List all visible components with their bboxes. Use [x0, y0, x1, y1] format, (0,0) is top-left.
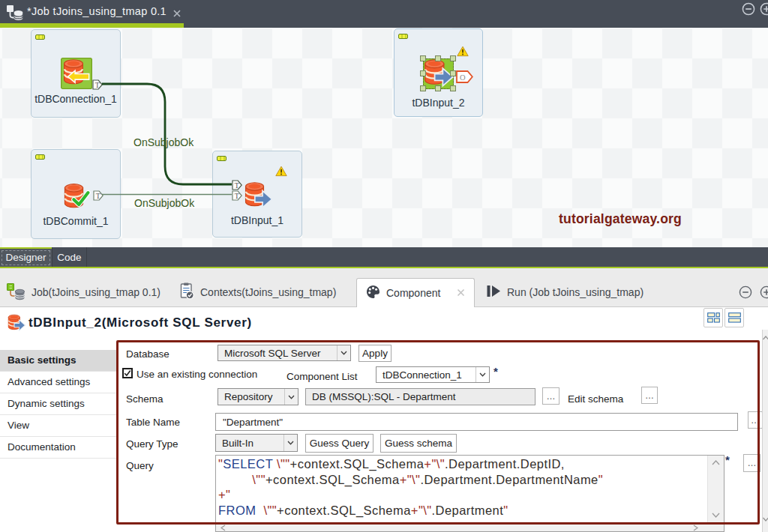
close-tab-icon[interactable]: [457, 287, 465, 299]
required-mark: *: [725, 453, 730, 466]
use-existing-connection-label: Use an existing connection: [136, 369, 257, 380]
sidebar-item-documentation[interactable]: Documentation: [0, 437, 116, 459]
tab-label: Run (Job tJoins_using_tmap): [507, 286, 644, 298]
maximize-icon[interactable]: [760, 2, 768, 16]
connector-tag-main-row[interactable]: O: [456, 70, 474, 86]
panel-vertical-scrollbar[interactable]: [762, 330, 768, 532]
maximize-view-icon[interactable]: [760, 285, 768, 302]
status-pill: [35, 34, 45, 40]
apply-button[interactable]: Apply: [358, 345, 392, 362]
selection-handle[interactable]: [450, 55, 456, 61]
status-pill: [217, 156, 226, 161]
sidebar-item-view[interactable]: View: [0, 415, 116, 437]
svg-text:T: T: [95, 81, 100, 89]
tab-label: Component: [386, 287, 440, 299]
connector-tag[interactable]: T: [232, 190, 242, 204]
guess-schema-button[interactable]: Guess schema: [380, 434, 457, 453]
connector-tag[interactable]: T: [93, 190, 104, 204]
connector-tag[interactable]: T: [92, 79, 103, 93]
query-token: .Department: [432, 504, 504, 517]
svg-text:T: T: [235, 192, 239, 200]
tab-component[interactable]: Component: [356, 278, 475, 307]
query-editor[interactable]: "SELECT \""+context.SQL_Schema+"\".Depar…: [215, 455, 724, 532]
component-tdbinput-1[interactable]: T T tDBInput_1: [212, 151, 302, 238]
schema-select[interactable]: Repository: [218, 388, 298, 405]
query-label: Query: [126, 460, 154, 471]
selection-handle[interactable]: [420, 70, 426, 76]
component-list-label: Component List: [286, 371, 358, 382]
schema-label: Schema: [126, 393, 164, 405]
component-tdbconnection-1[interactable]: T tDBConnection_1: [31, 29, 121, 118]
talend-studio-window: *Job tJoins_using_tmap 0.1: [0, 0, 768, 532]
field-value: DB (MSSQL):SQL - Department: [312, 391, 456, 402]
table-name-input[interactable]: "Department": [215, 413, 738, 431]
database-select[interactable]: Microsoft SQL Server: [218, 345, 351, 361]
selection-handle[interactable]: [450, 85, 456, 91]
component-label: tDBInput_1: [206, 214, 309, 226]
sidebar-item-advanced-settings[interactable]: Advanced settings: [0, 372, 116, 393]
tdbinput-icon[interactable]: [243, 181, 274, 215]
query-line: FROM \""+context.SQL_Schema+"\".Departme…: [218, 503, 706, 519]
query-browse-button[interactable]: …: [743, 454, 760, 472]
selection-handle[interactable]: [450, 70, 456, 76]
query-token: \"": [256, 504, 277, 517]
query-token: +": [218, 488, 230, 501]
tab-designer[interactable]: Designer: [0, 247, 52, 267]
query-token: \"": [273, 457, 290, 471]
tab-contexts[interactable]: Contexts(tJoins_using_tmap): [179, 268, 336, 307]
query-horizontal-scrollbar[interactable]: [216, 522, 707, 531]
component-tdbinput-2[interactable]: O tDBInput_2: [394, 28, 483, 117]
guess-query-button[interactable]: Guess Query: [305, 434, 374, 453]
editor-tab-title[interactable]: *Job tJoins_using_tmap 0.1: [27, 0, 166, 23]
tab-label: Contexts(tJoins_using_tmap): [200, 286, 336, 298]
layout-rows-icon[interactable]: [724, 308, 744, 327]
tdbconnection-icon[interactable]: [61, 58, 92, 92]
query-token: +"\": [424, 457, 445, 471]
settings-sidebar: Basic settings Advanced settings Dynamic…: [0, 341, 116, 532]
svg-text:T: T: [96, 192, 100, 200]
tab-label: Code: [57, 252, 81, 263]
job-icon: [5, 4, 24, 25]
query-token: +context.SQL_Schema: [290, 457, 424, 471]
selection-handle[interactable]: [435, 55, 441, 61]
query-line: +": [218, 487, 706, 503]
query-type-select[interactable]: Built-In: [215, 434, 298, 452]
chevron-down-icon: [284, 435, 297, 451]
selection-handle[interactable]: [420, 85, 426, 91]
checkmark-icon: [124, 369, 131, 377]
tab-label: Job(tJoins_using_tmap 0.1): [32, 286, 160, 298]
tdbinput-icon: [7, 314, 26, 336]
table-name-label: Table Name: [126, 417, 180, 428]
chevron-down-icon: [337, 345, 350, 360]
job-design-canvas[interactable]: T tDBConnection_1: [0, 28, 768, 247]
table-name-browse-button[interactable]: …: [748, 411, 763, 429]
selected-value: tDBConnection_1: [382, 369, 462, 381]
minimize-view-icon[interactable]: [739, 285, 752, 302]
watermark: tutorialgateway.org: [559, 211, 682, 227]
link-label[interactable]: OnSubjobOk: [134, 197, 194, 209]
required-mark: *: [494, 365, 498, 378]
schema-browse-button[interactable]: …: [542, 387, 560, 405]
mode-tab-bar: Designer Code: [0, 247, 768, 267]
schema-repository-field[interactable]: DB (MSSQL):SQL - Department: [305, 388, 536, 405]
tab-run[interactable]: Run (Job tJoins_using_tmap): [486, 268, 644, 307]
edit-schema-button[interactable]: …: [641, 387, 658, 404]
contexts-icon: [179, 282, 194, 302]
link-label[interactable]: OnSubjobOk: [134, 136, 194, 148]
sidebar-item-dynamic-settings[interactable]: Dynamic settings: [0, 393, 116, 415]
selection-handle[interactable]: [420, 55, 426, 61]
layout-grid-icon[interactable]: [704, 308, 723, 327]
use-existing-connection-checkbox[interactable]: [122, 368, 133, 378]
component-tdbcommit-1[interactable]: T tDBCommit_1: [31, 149, 121, 239]
tdbcommit-icon[interactable]: [62, 182, 92, 215]
minimize-icon[interactable]: [742, 2, 755, 16]
component-list-select[interactable]: tDBConnection_1: [376, 366, 490, 383]
sidebar-item-basic-settings[interactable]: Basic settings: [0, 350, 116, 372]
tab-job[interactable]: Job(tJoins_using_tmap 0.1): [6, 268, 160, 307]
query-code[interactable]: "SELECT \""+context.SQL_Schema+"\".Depar…: [218, 456, 706, 521]
editor-tab-close-icon[interactable]: [172, 7, 182, 16]
query-token: ": [503, 504, 508, 517]
query-vertical-scrollbar[interactable]: [707, 456, 724, 522]
selection-handle[interactable]: [435, 85, 441, 91]
tab-code[interactable]: Code: [52, 247, 87, 267]
